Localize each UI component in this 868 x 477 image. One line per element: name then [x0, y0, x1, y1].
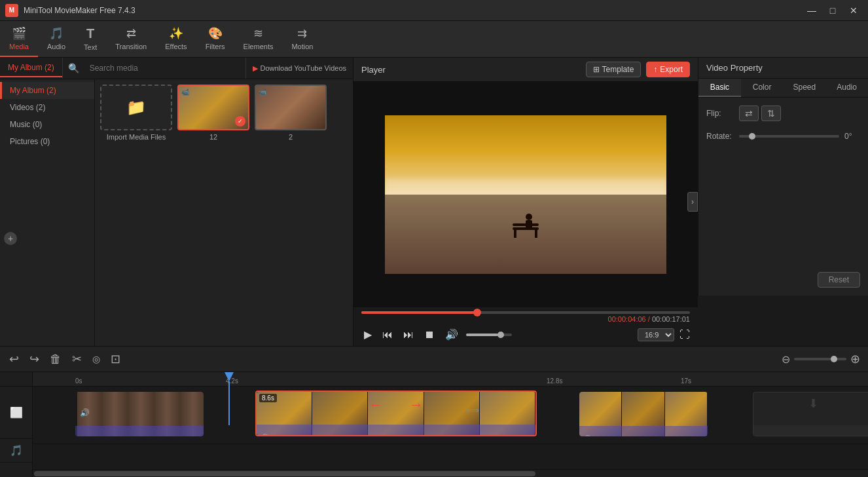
timeline-ruler[interactable]: 0s 4.2s 12.8s 17s [33, 372, 868, 387]
timeline-clip-c[interactable]: 🔊 ⇄ [579, 392, 708, 436]
video-icon: 📹 [181, 88, 189, 96]
zoom-out-button[interactable]: ⊖ [782, 353, 790, 366]
template-label: Template [602, 65, 634, 74]
timeline-area: ↩ ↪ 🗑 ✂ ◎ ⊡ ⊖ ⊕ + ⬜ 🎵 [0, 346, 868, 477]
media-item-12[interactable]: 📹 ✓ 12 [177, 85, 249, 141]
titlebar-left: M MiniTool MovieMaker Free 7.4.3 [5, 4, 136, 17]
timeline-tracks: 🔊 ⇄ [33, 387, 868, 469]
video-track-icon: ⬜ [10, 406, 23, 419]
player-controls: ▶ ⏮ ⏭ ⏹ 🔊 16:9 9:16 4:3 1:1 21:9 ⛶ [353, 324, 698, 346]
tab-speed[interactable]: Speed [784, 79, 826, 97]
next-frame-button[interactable]: ⏭ [401, 328, 416, 342]
zoom-handle[interactable] [831, 356, 837, 362]
timeline-scrollbar[interactable] [33, 469, 868, 477]
flip-vertical-button[interactable]: ⇅ [761, 105, 781, 121]
video-icon-2: 📹 [259, 88, 266, 96]
timeline-clip-d[interactable]: ⬇ [753, 392, 868, 436]
effects-icon: ✨ [169, 26, 183, 41]
video-preview [353, 82, 698, 307]
volume-handle[interactable] [497, 332, 504, 338]
delete-button[interactable]: 🗑 [48, 351, 63, 368]
redo-button[interactable]: ↪ [28, 351, 41, 368]
titlebar: M MiniTool MovieMaker Free 7.4.3 ― □ ✕ [0, 0, 868, 21]
denoise-button[interactable]: ◎ [91, 353, 101, 366]
toolbar-filters[interactable]: 🎨 Filters [196, 21, 234, 57]
property-content: Flip: ⇄ ⇅ Rotate: 0° Re [698, 98, 868, 296]
clip-c-audio [579, 426, 708, 436]
timeline-clip-b[interactable]: 8.6s 🔊 ← → ⟺ ⇄ [255, 391, 537, 436]
player-header: Player ⊞ Template ↑ Export [353, 58, 698, 82]
music-label: Music (0) [10, 120, 42, 129]
left-panel: My Album (2) 🔍 ▶ Download YouTube Videos… [0, 58, 353, 346]
sidebar-item-my-album[interactable]: My Album (2) [0, 82, 94, 99]
tab-audio[interactable]: Audio [825, 79, 868, 97]
close-button[interactable]: ✕ [844, 4, 863, 17]
maximize-button[interactable]: □ [823, 4, 842, 17]
video-scene [385, 115, 666, 274]
import-media-item[interactable]: 📁 Import Media Files [100, 85, 172, 141]
undo-button[interactable]: ↩ [8, 351, 20, 368]
tab-basic[interactable]: Basic [698, 79, 741, 97]
media-item-2[interactable]: 📹 2 [255, 85, 327, 141]
my-album-label: My Album (2) [10, 86, 56, 95]
stop-button[interactable]: ⏹ [422, 328, 437, 342]
export-icon: ↑ [653, 65, 657, 74]
toolbar-text[interactable]: T Text [75, 21, 106, 57]
prev-frame-button[interactable]: ⏮ [380, 328, 395, 342]
tab-my-album[interactable]: My Album (2) [0, 59, 62, 77]
flip-horizontal-button[interactable]: ⇄ [739, 105, 759, 121]
timeline-scroll-thumb[interactable] [34, 471, 535, 476]
resize-cursor-icon: ⟺ [466, 405, 479, 415]
toolbar-effects[interactable]: ✨ Effects [156, 21, 196, 57]
search-input[interactable] [84, 58, 245, 79]
collapse-panel-button[interactable]: › [687, 192, 698, 212]
timeline-content: + ⬜ 🎵 0s 4.2s 12.8s 17s [0, 372, 868, 477]
media-label-12: 12 [209, 133, 217, 141]
clip-c-sound-icon: 🔊 [582, 435, 592, 436]
clip-a-inner: 🔊 ⇄ [75, 392, 204, 436]
fullscreen-button[interactable]: ⛶ [679, 329, 690, 341]
video-frame [385, 115, 666, 274]
minimize-button[interactable]: ― [803, 4, 821, 17]
current-time: 00:00:04:06 [608, 315, 646, 323]
reset-button[interactable]: Reset [818, 272, 860, 288]
sidebar-item-videos[interactable]: Videos (2) [0, 99, 94, 116]
elements-label: Elements [244, 43, 274, 50]
volume-slider[interactable] [466, 334, 512, 336]
volume-button[interactable]: 🔊 [443, 327, 461, 342]
toolbar-media[interactable]: 🎬 Media [0, 21, 38, 57]
progress-handle[interactable] [473, 309, 481, 316]
import-media-thumbnail[interactable]: 📁 [100, 85, 172, 130]
aspect-ratio-select[interactable]: 16:9 9:16 4:3 1:1 21:9 [638, 328, 674, 341]
sidebar-item-music[interactable]: Music (0) [0, 116, 94, 133]
toolbar-elements[interactable]: ≋ Elements [234, 21, 283, 57]
timeline-toolbar: ↩ ↪ 🗑 ✂ ◎ ⊡ ⊖ ⊕ [0, 347, 868, 372]
toolbar-transition[interactable]: ⇄ Transition [106, 21, 156, 57]
sidebar-item-pictures[interactable]: Pictures (0) [0, 133, 94, 150]
arrow-right-icon: → [409, 396, 424, 413]
play-button[interactable]: ▶ [361, 327, 374, 342]
motion-label: Motion [291, 43, 313, 50]
zoom-in-button[interactable]: ⊕ [850, 352, 860, 366]
progress-bar[interactable] [361, 311, 690, 314]
zoom-slider[interactable] [794, 358, 846, 360]
import-media-label: Import Media Files [107, 133, 166, 141]
template-button[interactable]: ⊞ Template [586, 62, 642, 77]
download-youtube-button[interactable]: ▶ Download YouTube Videos [245, 58, 353, 79]
timeline-clip-a[interactable]: 🔊 ⇄ [75, 392, 204, 436]
tab-color[interactable]: Color [741, 79, 784, 97]
crop-button[interactable]: ⊡ [109, 351, 122, 368]
rotate-row: Rotate: 0° [706, 132, 860, 141]
rotate-slider[interactable] [739, 135, 839, 138]
clip-a-audio [75, 426, 204, 436]
download-btn-label: Download YouTube Videos [261, 64, 347, 72]
toolbar-motion[interactable]: ⇉ Motion [282, 21, 322, 57]
toolbar-audio[interactable]: 🎵 Audio [38, 21, 75, 57]
rotate-handle[interactable] [749, 133, 755, 140]
audio-track-control: 🎵 [0, 439, 32, 463]
main-toolbar: 🎬 Media 🎵 Audio T Text ⇄ Transition ✨ Ef… [0, 21, 868, 58]
media-icon: 🎬 [12, 26, 26, 41]
svg-point-4 [526, 214, 532, 220]
export-button[interactable]: ↑ Export [646, 62, 690, 77]
cut-button[interactable]: ✂ [71, 351, 83, 368]
